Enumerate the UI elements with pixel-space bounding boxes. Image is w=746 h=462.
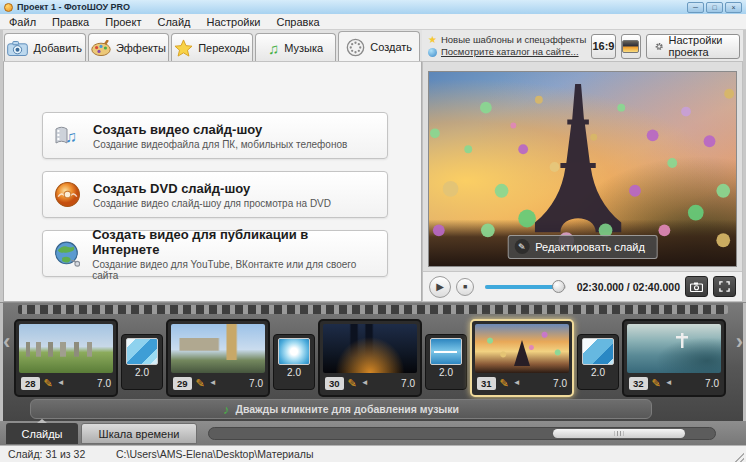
menu-slide[interactable]: Слайд: [157, 16, 190, 28]
active-tab-notch: [37, 419, 47, 423]
edit-pencil-icon[interactable]: ✎: [196, 378, 205, 389]
transition-chip[interactable]: 2.0: [121, 334, 163, 390]
tab-transitions[interactable]: Переходы: [171, 33, 253, 62]
menu-settings[interactable]: Настройки: [207, 16, 261, 28]
transition-icon: [278, 338, 310, 365]
transition-icon: [126, 338, 158, 365]
seek-slider[interactable]: [485, 280, 566, 293]
slide-thumbnail[interactable]: [627, 324, 721, 373]
create-dvd-subtitle: Создание видео слайд-шоу для просмотра н…: [93, 198, 331, 209]
music-note-icon: ♪: [223, 403, 230, 416]
edit-slide-button[interactable]: ✎ Редактировать слайд: [507, 235, 658, 259]
timeline-slides: 28 ✎ ◄ 7.0 2.0 29 ✎ ◄ 7.0 2.0: [14, 318, 732, 398]
menu-edit[interactable]: Правка: [52, 16, 89, 28]
globe-icon: [53, 241, 80, 267]
edit-pencil-icon[interactable]: ✎: [44, 378, 53, 389]
window-title: Проект 1 - ФотоШОУ PRO: [17, 2, 687, 12]
status-bar: Слайд: 31 из 32 C:\Users\AMS-Elena\Deskt…: [0, 445, 746, 462]
preview-panel: ✎ Редактировать слайд ▶ ■ 02:30.000 / 02…: [422, 61, 743, 302]
preview-image[interactable]: ✎ Редактировать слайд: [428, 71, 737, 267]
background-button[interactable]: [621, 34, 641, 59]
scrollbar-thumb[interactable]: [553, 429, 685, 438]
transition-duration: 2.0: [135, 367, 149, 378]
minimize-button[interactable]: ─: [687, 2, 704, 13]
image-icon: [622, 40, 639, 53]
transition-chip[interactable]: 2.0: [577, 334, 619, 390]
tab-slides-label: Слайды: [22, 428, 63, 440]
speaker-icon[interactable]: ◄: [513, 379, 521, 387]
tab-label: Эффекты: [116, 42, 166, 54]
slide-thumbnail[interactable]: [323, 324, 417, 373]
globe-link-icon: [428, 48, 437, 57]
slide-number: 29: [173, 377, 192, 390]
transition-icon: [582, 338, 614, 365]
slide-card-28[interactable]: 28 ✎ ◄ 7.0: [14, 319, 118, 397]
edit-pencil-icon[interactable]: ✎: [500, 378, 509, 389]
edit-slide-label: Редактировать слайд: [535, 241, 645, 253]
playback-bar: ▶ ■ 02:30.000 / 02:40.000: [423, 271, 742, 301]
main-tabs: Добавить Эффекты Переходы ♫ Музыка Созда…: [3, 30, 422, 62]
speaker-icon[interactable]: ◄: [361, 379, 369, 387]
slide-number: 30: [325, 377, 344, 390]
create-dvd-title: Создать DVD слайд-шоу: [93, 181, 331, 196]
seek-thumb[interactable]: [552, 280, 565, 293]
transition-chip[interactable]: 2.0: [425, 334, 467, 390]
camera-icon: [690, 282, 703, 292]
slide-card-30[interactable]: 30 ✎ ◄ 7.0: [318, 319, 422, 397]
palette-icon: [91, 40, 111, 56]
menu-help[interactable]: Справка: [276, 16, 319, 28]
speaker-icon[interactable]: ◄: [209, 379, 217, 387]
slide-card-32[interactable]: 32 ✎ ◄ 7.0: [622, 319, 726, 397]
slide-thumbnail[interactable]: [19, 324, 113, 373]
create-video-subtitle: Создание видеофайла для ПК, мобильных те…: [93, 139, 347, 150]
slide-thumbnail[interactable]: [475, 324, 569, 373]
create-web-subtitle: Создание видео для YouTube, ВКонтакте ил…: [92, 259, 377, 281]
bottom-strip: Слайды Шкала времени: [0, 421, 746, 445]
edit-pencil-icon[interactable]: ✎: [348, 378, 357, 389]
menu-file[interactable]: Файл: [9, 16, 36, 28]
speaker-icon[interactable]: ◄: [57, 379, 65, 387]
play-button[interactable]: ▶: [429, 276, 451, 298]
stop-button[interactable]: ■: [456, 278, 474, 296]
create-video-button[interactable]: ♫ Создать видео слайд-шоу Создание видео…: [42, 112, 388, 159]
timeline: ‹ › 28 ✎ ◄ 7.0 2.0 29 ✎ ◄ 7.0: [0, 302, 746, 421]
tab-create[interactable]: Создать: [338, 31, 420, 62]
transition-chip[interactable]: 2.0: [273, 334, 315, 390]
tab-label: Создать: [370, 41, 412, 53]
slide-number: 28: [21, 377, 40, 390]
create-panel: ♫ Создать видео слайд-шоу Создание видео…: [3, 61, 422, 302]
speaker-icon[interactable]: ◄: [665, 379, 673, 387]
tab-label: Музыка: [284, 42, 323, 54]
tab-add[interactable]: Добавить: [4, 33, 86, 62]
maximize-button[interactable]: □: [706, 2, 723, 13]
tab-slides[interactable]: Слайды: [6, 423, 78, 444]
create-web-button[interactable]: Создать видео для публикации в Интернете…: [42, 230, 388, 277]
catalog-link[interactable]: Посмотрите каталог на сайте...: [441, 46, 579, 58]
aspect-ratio-button[interactable]: 16:9: [591, 34, 615, 59]
tab-effects[interactable]: Эффекты: [88, 33, 170, 62]
title-bar: Проект 1 - ФотоШОУ PRO ─ □ ×: [0, 0, 746, 14]
timeline-scrollbar[interactable]: [208, 427, 716, 440]
edit-pencil-icon[interactable]: ✎: [652, 378, 661, 389]
snapshot-button[interactable]: [685, 276, 708, 297]
video-file-icon: ♫: [53, 124, 81, 147]
close-button[interactable]: ×: [725, 2, 742, 13]
tab-music[interactable]: ♫ Музыка: [255, 33, 337, 62]
timeline-scroll-right[interactable]: ›: [736, 331, 743, 353]
create-dvd-button[interactable]: Создать DVD слайд-шоу Создание видео сла…: [42, 171, 388, 218]
slide-thumbnail[interactable]: [171, 324, 265, 373]
settings-label: Настройки проекта: [668, 34, 731, 58]
slide-duration: 7.0: [97, 378, 111, 389]
fullscreen-icon: [719, 281, 730, 292]
slide-card-29[interactable]: 29 ✎ ◄ 7.0: [166, 319, 270, 397]
fullscreen-button[interactable]: [713, 276, 736, 297]
project-settings-button[interactable]: Настройки проекта: [646, 34, 740, 59]
slide-card-31-selected[interactable]: 31 ✎ ◄ 7.0: [470, 319, 574, 397]
slide-number: 32: [629, 377, 648, 390]
seek-fill: [485, 285, 558, 289]
tab-time-scale[interactable]: Шкала времени: [81, 423, 197, 444]
menu-project[interactable]: Проект: [105, 16, 141, 28]
music-track[interactable]: ♪ Дважды кликните для добавления музыки: [30, 399, 652, 419]
timeline-scroll-left[interactable]: ‹: [3, 331, 10, 353]
resize-grip[interactable]: [733, 451, 744, 462]
